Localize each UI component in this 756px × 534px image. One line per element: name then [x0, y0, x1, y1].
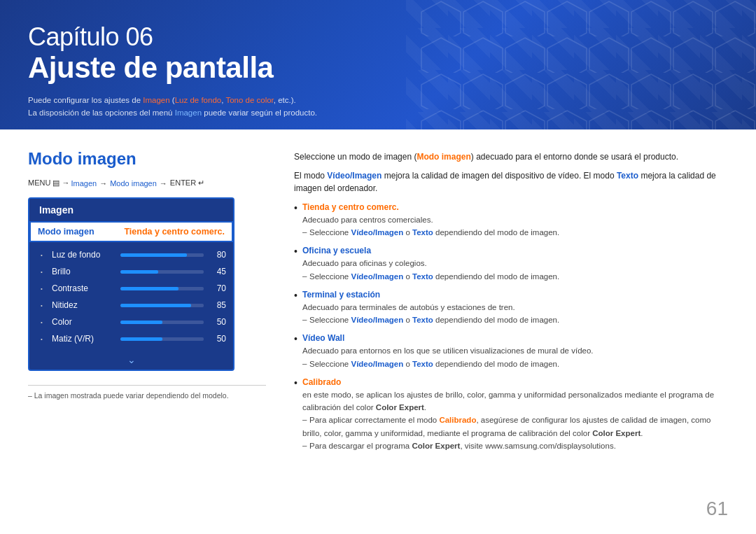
panel-row-bar — [120, 270, 158, 274]
panel-row-value: 45 — [209, 267, 226, 276]
panel-row-label: Matiz (V/R) — [52, 334, 115, 344]
panel-row-value: 80 — [209, 250, 226, 260]
list-item-calibrado: Calibrado en este modo, se aplican los a… — [294, 376, 728, 452]
panel-row-bar — [120, 321, 162, 324]
subtitle-hl3: Tono de color — [225, 96, 273, 104]
image-panel: Imagen Modo imagen Tienda y centro comer… — [28, 197, 234, 371]
bullet-sub-5a: Para aplicar correctamente el modo Calib… — [302, 416, 710, 437]
panel-row-dot: • — [41, 319, 46, 325]
page-number: 61 — [706, 498, 728, 520]
panel-row-bar-wrap — [120, 287, 204, 290]
panel-row: • Luz de fondo 80 — [29, 246, 233, 263]
panel-row-bar — [120, 337, 162, 341]
section-title: Modo imagen — [28, 149, 266, 169]
bullet-title-1: Tienda y centro comerc. — [302, 202, 399, 212]
panel-row-label: Brillo — [52, 267, 115, 276]
menu-prefix: MENU ▤ → — [28, 178, 70, 188]
subtitle-hl1: Imagen — [143, 96, 169, 104]
bullet-title-2: Oficina y escuela — [302, 246, 371, 255]
panel-row-bar-wrap — [120, 337, 204, 341]
panel-row: • Matiz (V/R) 50 — [29, 330, 233, 347]
subtitle-post1: , etc.). — [274, 96, 296, 104]
panel-row: • Color 50 — [29, 314, 233, 330]
subtitle-pre1: Puede configurar los ajustes de — [28, 96, 143, 104]
panel-selected-value: Tienda y centro comerc. — [124, 227, 225, 237]
svg-rect-1 — [420, 0, 756, 129]
bullet-desc-1: Adecuado para centros comerciales. — [302, 216, 433, 224]
panel-row-bar-wrap — [120, 321, 204, 324]
panel-row-value: 50 — [209, 334, 226, 344]
bullet-sub-2: Seleccione Vídeo/Imagen o Texto dependie… — [302, 272, 559, 281]
panel-row-value: 50 — [209, 317, 226, 327]
arrow2: → — [160, 179, 167, 188]
panel-row-bar-wrap — [120, 253, 204, 257]
list-item-oficina: Oficina y escuela Adecuado para oficinas… — [294, 244, 728, 283]
panel-row-dot: • — [41, 286, 46, 292]
chapter-label: Capítulo 06 — [28, 22, 317, 51]
menu-hl-imagen: Imagen — [71, 179, 97, 188]
panel-row-dot: • — [41, 302, 46, 309]
subtitle-hl2: Luz de fondo — [175, 96, 222, 104]
panel-header: Imagen — [29, 199, 233, 221]
panel-row-bar-wrap — [120, 270, 204, 274]
bullet-desc-3: Adecuado para terminales de autobús y es… — [302, 303, 515, 311]
panel-row-dot: • — [41, 336, 46, 342]
right-column: Seleccione un modo de imagen (Modo image… — [294, 149, 728, 458]
menu-enter: ENTER ↵ — [170, 178, 204, 188]
list-item-tienda: Tienda y centro comerc. Adecuado para ce… — [294, 201, 728, 239]
list-item-videowall: Vídeo Wall Adecuado para entornos en los… — [294, 332, 728, 370]
bullet-desc-4: Adecuado para entornos en los que se uti… — [302, 346, 594, 355]
bullet-title-5: Calibrado — [302, 377, 341, 387]
intro2-mid: mejora la calidad de imagen del disposit… — [382, 171, 617, 181]
bullet-sub-3: Seleccione Vídeo/Imagen o Texto dependie… — [302, 316, 559, 324]
intro-paragraph-2: El modo Vídeo/Imagen mejora la calidad d… — [294, 169, 728, 195]
panel-row: • Brillo 45 — [29, 263, 233, 280]
panel-row: • Nitidez 85 — [29, 297, 233, 314]
intro1-hl: Modo imagen — [416, 152, 470, 162]
panel-row-bar — [120, 304, 191, 307]
intro2-pre: El modo — [294, 171, 327, 181]
header-banner: Capítulo 06 Ajuste de pantalla Puede con… — [0, 0, 756, 129]
panel-row-dot: • — [41, 252, 46, 258]
arrow1: → — [99, 179, 107, 188]
hex-pattern-decoration — [420, 0, 756, 129]
main-content: Modo imagen MENU ▤ → Imagen → Modo image… — [0, 129, 756, 472]
bullet-sub-4: Seleccione Vídeo/Imagen o Texto dependie… — [302, 360, 559, 368]
footer-note: – La imagen mostrada puede variar depend… — [28, 385, 266, 400]
panel-row-label: Color — [52, 317, 115, 327]
panel-row-label: Contraste — [52, 283, 115, 293]
feature-list: Tienda y centro comerc. Adecuado para ce… — [294, 201, 728, 452]
subtitle-pre2: La disposición de las opciones del menú — [28, 108, 175, 117]
panel-row-value: 70 — [209, 283, 226, 293]
intro2-hl2: Texto — [617, 171, 638, 181]
panel-chevron: ⌄ — [29, 351, 233, 370]
panel-rows: • Luz de fondo 80 • Brillo 45 • Contrast… — [29, 242, 233, 351]
list-item-terminal: Terminal y estación Adecuado para termin… — [294, 288, 728, 327]
panel-row-bar — [120, 287, 178, 290]
panel-row-value: 85 — [209, 300, 226, 310]
bullet-desc-2: Adecuado para oficinas y colegios. — [302, 259, 427, 267]
intro1-post: ) adecuado para el entorno donde se usar… — [471, 152, 678, 162]
header-subtitle: Puede configurar los ajustes de Imagen (… — [28, 94, 317, 120]
panel-row-dot: • — [41, 269, 46, 275]
bullet-desc-5: en este modo, se aplican los ajustes de … — [302, 391, 714, 412]
bullet-title-4: Vídeo Wall — [302, 333, 344, 343]
left-column: Modo imagen MENU ▤ → Imagen → Modo image… — [28, 149, 266, 458]
panel-row: • Contraste 70 — [29, 280, 233, 297]
menu-path: MENU ▤ → Imagen → Modo imagen → ENTER ↵ — [28, 178, 266, 188]
panel-row-bar-wrap — [120, 304, 204, 307]
panel-row-label: Nitidez — [52, 300, 115, 310]
subtitle-hl4: Imagen — [175, 108, 202, 117]
bullet-sub-1: Seleccione Vídeo/Imagen o Texto dependie… — [302, 228, 559, 237]
bullet-sub-5b: Para descargar el programa Color Expert,… — [302, 442, 616, 450]
intro2-hl1: Vídeo/Imagen — [327, 171, 382, 181]
subtitle-sep1: ( — [170, 96, 175, 104]
intro-paragraph-1: Seleccione un modo de imagen (Modo image… — [294, 150, 728, 164]
panel-selected-row: Modo imagen Tienda y centro comerc. — [29, 221, 233, 242]
page-title: Ajuste de pantalla — [28, 51, 317, 85]
bullet-title-3: Terminal y estación — [302, 290, 380, 300]
panel-row-label: Luz de fondo — [52, 250, 115, 260]
intro1-pre: Seleccione un modo de imagen ( — [294, 152, 416, 162]
menu-hl-modo: Modo imagen — [110, 179, 157, 188]
panel-selected-label: Modo imagen — [38, 227, 124, 237]
